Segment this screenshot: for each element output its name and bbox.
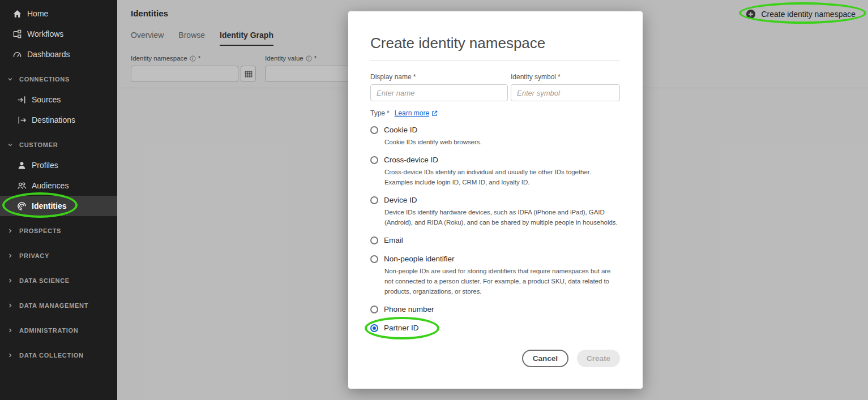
radio-button[interactable] — [370, 156, 378, 164]
sidebar-section-label: ADMINISTRATION — [19, 327, 78, 334]
email-option[interactable]: Email — [370, 235, 620, 246]
display-name-label-row: Display name * — [370, 73, 508, 81]
sidebar-item-label: Destinations — [32, 115, 75, 124]
cross-device-id-option[interactable]: Cross-device ID Cross-device IDs identif… — [370, 154, 620, 187]
option-description: Non-people IDs are used for storing iden… — [384, 266, 620, 296]
identity-type-options: Cookie ID Cookie IDs identify web browse… — [370, 124, 620, 341]
learn-more-link[interactable]: Learn more — [395, 109, 438, 117]
sidebar-section-label: DATA COLLECTION — [19, 352, 84, 359]
sidebar-section-label: PRIVACY — [19, 252, 49, 259]
destinations-icon — [16, 115, 27, 125]
sidebar-item-sources[interactable]: Sources — [0, 89, 117, 110]
chevron-right-icon — [7, 253, 14, 259]
type-row: Type * Learn more — [370, 109, 620, 117]
display-name-input[interactable] — [370, 84, 508, 101]
identity-symbol-field: Identity symbol * — [511, 73, 620, 101]
option-title: Non-people identifier — [384, 253, 455, 265]
partner-id-option[interactable]: Partner ID — [370, 322, 620, 334]
sidebar-section-label: CUSTOMER — [19, 141, 58, 148]
cancel-button[interactable]: Cancel — [522, 350, 568, 367]
sidebar-item-label: Profiles — [32, 161, 58, 170]
option-title: Cross-device ID — [384, 154, 438, 166]
learn-more-label: Learn more — [395, 109, 429, 117]
radio-button[interactable] — [370, 324, 378, 332]
app-window: Home Workflows Dashboards CONNECTIONS So… — [0, 0, 868, 400]
sidebar-item-label: Dashboards — [27, 50, 70, 59]
chevron-right-icon — [7, 303, 14, 308]
sidebar-item-audiences[interactable]: Audiences — [0, 175, 117, 196]
required-asterisk: * — [387, 109, 390, 117]
fingerprint-icon — [16, 201, 27, 211]
chevron-down-icon — [7, 76, 14, 82]
sidebar-item-dashboards[interactable]: Dashboards — [0, 44, 117, 64]
option-title: Email — [384, 235, 403, 246]
radio-button[interactable] — [370, 236, 378, 244]
type-label-row: Type * — [370, 109, 390, 117]
sidebar-section-label: DATA MANAGEMENT — [19, 302, 88, 309]
cookie-id-option[interactable]: Cookie ID Cookie IDs identify web browse… — [370, 124, 620, 147]
sidebar-item-label: Audiences — [32, 181, 69, 190]
sidebar-section-customer[interactable]: CUSTOMER — [0, 135, 117, 155]
chevron-right-icon — [7, 352, 14, 358]
radio-button[interactable] — [370, 126, 378, 134]
sidebar-section-label: PROSPECTS — [19, 227, 61, 234]
create-identity-namespace-dialog: Create identity namespace Display name *… — [348, 11, 643, 389]
create-button[interactable]: Create — [577, 350, 620, 367]
non-people-identifier-option[interactable]: Non-people identifier Non-people IDs are… — [370, 253, 620, 296]
sidebar-item-workflows[interactable]: Workflows — [0, 24, 117, 44]
display-name-label: Display name — [370, 73, 412, 81]
sidebar-item-label: Sources — [32, 95, 61, 104]
radio-button[interactable] — [370, 306, 378, 313]
external-link-icon — [431, 110, 438, 117]
sidebar-section-connections[interactable]: CONNECTIONS — [0, 69, 117, 89]
option-title: Phone number — [384, 304, 434, 315]
sidebar-item-label: Workflows — [27, 29, 63, 38]
sources-icon — [16, 94, 27, 105]
dialog-footer: Cancel Create — [370, 350, 620, 367]
sidebar-section-privacy[interactable]: PRIVACY — [0, 246, 117, 266]
sidebar-section-data-collection[interactable]: DATA COLLECTION — [0, 345, 117, 365]
device-id-option[interactable]: Device ID Device IDs identify hardware d… — [370, 195, 620, 227]
radio-button[interactable] — [370, 255, 378, 263]
required-asterisk: * — [558, 73, 561, 81]
identity-symbol-label: Identity symbol — [511, 73, 556, 81]
phone-number-option[interactable]: Phone number — [370, 304, 620, 315]
sidebar: Home Workflows Dashboards CONNECTIONS So… — [0, 0, 117, 400]
sidebar-item-label: Identities — [32, 201, 66, 210]
sidebar-item-destinations[interactable]: Destinations — [0, 110, 117, 130]
sidebar-section-data-science[interactable]: DATA SCIENCE — [0, 270, 117, 291]
option-description: Cookie IDs identify web browsers. — [384, 137, 620, 147]
type-label: Type — [370, 109, 385, 117]
sidebar-item-identities[interactable]: Identities — [0, 196, 117, 216]
radio-button[interactable] — [370, 196, 378, 204]
display-name-field: Display name * — [370, 73, 508, 101]
sidebar-item-home[interactable]: Home — [0, 3, 117, 24]
option-description: Device IDs identify hardware devices, su… — [384, 207, 620, 227]
audiences-icon — [16, 180, 27, 191]
chevron-right-icon — [7, 328, 14, 333]
dialog-fields-row: Display name * Identity symbol * — [370, 73, 620, 101]
option-title: Partner ID — [384, 322, 419, 334]
sidebar-section-administration[interactable]: ADMINISTRATION — [0, 320, 117, 341]
identity-symbol-label-row: Identity symbol * — [511, 73, 620, 81]
chevron-right-icon — [7, 228, 14, 234]
chevron-right-icon — [7, 278, 14, 283]
option-title: Device ID — [384, 195, 417, 206]
identity-symbol-input[interactable] — [511, 84, 620, 101]
profiles-icon — [16, 160, 27, 170]
workflows-icon — [12, 29, 22, 39]
sidebar-section-data-management[interactable]: DATA MANAGEMENT — [0, 295, 117, 316]
sidebar-section-label: DATA SCIENCE — [19, 277, 70, 284]
sidebar-section-label: CONNECTIONS — [19, 76, 70, 83]
home-icon — [12, 8, 22, 19]
option-description: Cross-device IDs identify an individual … — [384, 167, 620, 187]
chevron-down-icon — [7, 142, 14, 148]
dialog-divider — [370, 60, 620, 61]
sidebar-section-prospects[interactable]: PROSPECTS — [0, 221, 117, 241]
dashboards-icon — [12, 49, 22, 59]
dialog-title: Create identity namespace — [370, 34, 620, 52]
required-asterisk: * — [413, 73, 416, 81]
sidebar-item-profiles[interactable]: Profiles — [0, 155, 117, 175]
sidebar-item-label: Home — [27, 9, 48, 18]
option-title: Cookie ID — [384, 124, 417, 136]
